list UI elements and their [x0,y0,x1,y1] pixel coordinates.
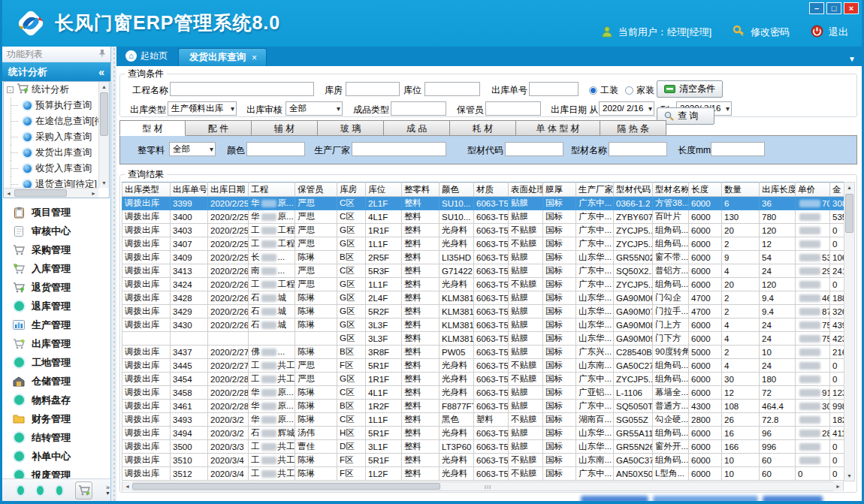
column-header-型材名称[interactable]: 型材名称 [653,183,689,197]
material-tab-型材[interactable]: 型 材 [119,120,186,136]
collapse-icon[interactable]: « [98,66,104,78]
sidebar-item-项目管理[interactable]: 项目管理 [2,203,110,222]
pin-icon[interactable] [98,49,106,59]
tree-item-收货入库查询[interactable]: 收货入库查询 [4,161,98,177]
table-row[interactable]: 调拨出库35122020/3/4工共工程陈琳F区1L2F整料光身料6063-T5… [122,467,851,481]
table-row[interactable]: 调拨出库34282020/2/26石城陈琳G区2L4F整料KLM38176063… [122,291,851,305]
table-row[interactable]: 调拨出库34452020/2/27工共工程严思F区5R1F整料光身料6063-T… [122,359,851,373]
profile-code-input[interactable] [505,142,563,156]
column-header-工程[interactable]: 工程 [249,183,295,197]
project-name-input[interactable] [170,82,314,96]
column-header-出库长度[interactable]: 出库长度 [760,183,796,197]
table-row[interactable]: 调拨出库34092020/2/25长...陈琳B区2R5F整料LI35HD606… [122,251,851,264]
table-row[interactable]: 调拨出库34942020/3/2石辉城汤伟H区5R1F整料光身料6063-T5贴… [122,427,851,440]
sidebar-splitter[interactable] [111,47,116,501]
column-header-整零料[interactable]: 整零料 [402,183,440,197]
column-header-库位[interactable]: 库位 [366,183,402,197]
sidebar-item-生产管理[interactable]: 生产管理 [2,315,110,334]
tree-vertical-scrollbar[interactable]: ▲ ▼ [98,82,109,188]
module-circle-icon[interactable] [37,486,44,495]
out-type-combo[interactable]: 生产领料出库 [168,101,237,116]
table-row[interactable]: 调拨出库34582020/2/28华原...陈琳C区4L1F整料光身料6063-… [122,386,851,400]
column-header-保管员[interactable]: 保管员 [295,183,337,197]
table-row[interactable]: 调拨出库34292020/2/26石城陈琳G区5R2F整料KLM38176063… [122,305,851,318]
material-tab-隔热条[interactable]: 隔 热 条 [600,120,666,136]
module-circle-icon[interactable] [17,486,24,495]
column-header-材质[interactable]: 材质 [474,183,509,197]
tree-expander-icon[interactable]: - [7,86,14,93]
column-header-长度[interactable]: 长度 [689,183,722,197]
location-input[interactable] [424,82,480,96]
clear-conditions-button[interactable]: 清空条件 [657,80,723,98]
sidebar-item-财务管理[interactable]: 财务管理 [2,409,110,428]
sidebar-item-补单中心[interactable]: 补单中心 [2,447,110,466]
tab-overflow-icon[interactable]: ▼ [848,55,856,63]
radio-jiazhuang[interactable]: 家装 [625,84,654,97]
tree-item-采购入库查询[interactable]: 采购入库查询 [4,129,98,145]
column-header-膜厚[interactable]: 膜厚 [543,183,576,197]
sidebar-item-物料盘存[interactable]: 物料盘存 [2,391,110,409]
keeper-input[interactable] [485,101,541,116]
material-tab-成品[interactable]: 成 品 [384,120,450,136]
table-row[interactable]: 调拨出库34302020/2/26石城陈琳G区3L3F整料KLM38176063… [122,318,851,332]
grid-horizontal-scrollbar[interactable]: ◄ ΙΙΙ ► [122,481,844,491]
material-tab-辅材[interactable]: 辅 材 [252,120,318,136]
table-row[interactable]: 调拨出库34032020/2/25工工程严思G区1R1F整料光身料6063-T5… [122,224,851,237]
tree-item-退货查询[待定][interactable]: 退货查询[待定] [4,177,98,188]
warehouse-input[interactable] [346,82,400,96]
tree-item-在途信息查询[待[interactable]: 在途信息查询[待 [4,113,98,129]
date-from-picker[interactable]: 2020/ 2/16 [599,101,654,116]
sidebar-item-工地管理[interactable]: 工地管理 [2,353,110,372]
tree-root-item[interactable]: -统计分析 [4,82,98,98]
table-row[interactable]: 调拨出库33992020/2/25华原...严思C区2L1F整料SU10...6… [122,197,851,210]
column-header-生产厂家[interactable]: 生产厂家 [576,183,614,197]
tree-horizontal-scrollbar[interactable]: ◄ ► [4,188,98,198]
sidebar-item-入库管理[interactable]: 入库管理 [2,259,110,278]
table-row[interactable]: 调拨出库34002020/2/25华原...严思C区4L1F整料SU10...6… [122,210,851,224]
sidebar-item-仓储管理[interactable]: 仓储管理 [2,372,110,391]
profile-name-input[interactable] [609,142,667,156]
table-row[interactable]: 调拨出库34612020/2/28华原...陈琳B区1R2F整料F8877FT6… [122,400,851,413]
column-header-数量[interactable]: 数量 [722,183,760,197]
tab-close-icon[interactable]: × [252,53,257,63]
minimize-button[interactable]: – [809,2,824,14]
tab-home[interactable]: ⌂ 起始页 [116,50,178,66]
material-tab-玻璃[interactable]: 玻 璃 [318,120,384,136]
logout-button[interactable]: 退出 [829,26,848,39]
table-row[interactable]: 调拨出库34542020/2/28工共工程严思G区1R1F整料光身料6063-T… [122,373,851,386]
column-header-型材代码[interactable]: 型材代码 [614,183,653,197]
table-row[interactable]: 调拨出库35102020/3/4工共工程陈琳F区5R1F整料光身料6063-T5… [122,454,851,467]
change-password-link[interactable]: 修改密码 [751,26,790,39]
table-row[interactable]: 调拨出库34072020/2/25工工程严思G区1L1F整料光身料6063-T5… [122,237,851,251]
sidebar-item-结转管理[interactable]: 结转管理 [2,428,110,447]
sidebar-item-退货管理[interactable]: 退货管理 [2,278,110,297]
radio-gongzhuang[interactable]: 工装 [589,84,618,97]
whole-part-combo[interactable]: 全部 [169,142,216,156]
table-row[interactable]: G区3L3F整料KLM38176063-T5贴膜国标山东华...GA90M09.… [122,332,851,346]
material-tab-配件[interactable]: 配 件 [186,120,252,136]
column-header-出库类型[interactable]: 出库类型 [122,183,171,197]
table-row[interactable]: 调拨出库35002020/3/3工共工程曹佳D区3L1F整料LT3P606063… [122,440,851,454]
table-row[interactable]: 调拨出库34932020/3/2华原...陈琳C区1L1F整料黑色塑料不贴膜国标… [122,413,851,427]
color-input[interactable] [246,142,305,156]
audit-combo[interactable]: 全部 [285,101,343,116]
sidebar-item-出库管理[interactable]: 出库管理 [2,334,110,353]
table-row[interactable]: 调拨出库34372020/2/27佛...陈琳B区3R8F整料PW056063-… [122,346,851,359]
sidebar-item-审核中心[interactable]: 审核中心 [2,222,110,240]
product-type-input[interactable] [391,101,446,116]
cart-toolbar-button[interactable] [75,481,92,499]
sidebar-item-报废管理[interactable]: 报废管理 [2,466,110,478]
column-header-颜色[interactable]: 颜色 [440,183,474,197]
order-no-input[interactable] [529,82,579,96]
tree-item-发货出库查询[interactable]: 发货出库查询 [4,145,98,161]
length-input[interactable] [711,142,765,156]
column-header-库房[interactable]: 库房 [337,183,366,197]
column-header-出库单号[interactable]: 出库单号 [171,183,208,197]
close-button[interactable]: × [844,2,859,14]
tree-item-预算执行查询[interactable]: 预算执行查询 [4,98,98,113]
sidebar-item-退库管理[interactable]: 退库管理 [2,297,110,315]
table-row[interactable]: 调拨出库34242020/2/26工工程严思G区1L1F整料光身料6063-T5… [122,278,851,291]
tab-shipping-outbound-query[interactable]: 发货出库查询 × [178,48,267,66]
module-circle-icon[interactable] [56,486,63,495]
more-modules-button[interactable]: » ▼ [105,484,110,496]
